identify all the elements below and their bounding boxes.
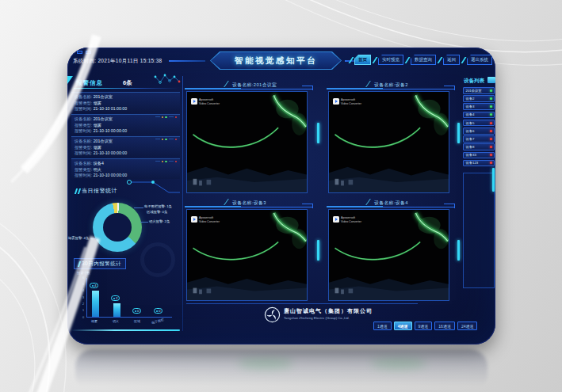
device-name: 设备4 — [94, 161, 104, 166]
alarm-entry[interactable]: 设备名称: 201会议室 报警类型: 烟雾 报警时间: 21-10-10 00:… — [71, 114, 180, 135]
nav-item-query[interactable]: 数据查询 — [407, 55, 436, 65]
channel-button-9[interactable]: 9通道 — [415, 322, 433, 330]
footer-divider — [186, 303, 418, 304]
watermark: ApowersoftVideo Converter — [191, 98, 220, 105]
watermark-line2: Video Converter — [341, 102, 361, 105]
channel-button-24[interactable]: 24通道 — [457, 322, 478, 330]
dashboard-window: 系统时间: 2021年10月11日 15:15:38 智能视觉感知平台 首页 实… — [67, 48, 495, 344]
nav-item-exit[interactable]: 退出系统 — [463, 55, 492, 65]
video-feed[interactable]: ApowersoftVideo Converter — [186, 209, 308, 301]
video-panel-1: 设备名称:201会议室 Apowers — [185, 79, 313, 195]
device-list-item[interactable]: 设备2 — [463, 95, 495, 102]
dashboard-reflection — [75, 349, 487, 392]
status-dot — [490, 146, 492, 148]
watermark-line1: Apowersoft — [341, 98, 355, 101]
device-panel-empty-box — [463, 173, 495, 288]
device-list-item[interactable]: 设备4 — [463, 112, 495, 119]
alarm-time: 21-10-10 00:00:00 — [94, 150, 127, 155]
field-label: 报警时间: — [75, 106, 92, 111]
channel-button-4[interactable]: 4通道 — [394, 322, 412, 330]
video-panel-header: 设备名称:设备2 — [327, 79, 455, 89]
device-list-item[interactable]: 设备5 — [463, 120, 495, 127]
channel-button-1[interactable]: 1通道 — [373, 322, 392, 330]
legend-leader-line — [134, 207, 143, 208]
alarm-time: 21-10-10 00:00:00 — [94, 173, 127, 177]
monthly-stats-title-box: 30日内报警统计 — [74, 258, 126, 269]
watermark-icon — [333, 216, 339, 223]
x-category-label: 明火 — [113, 319, 119, 323]
y-axis-label: 报警个数 — [77, 271, 90, 275]
channel-button-16[interactable]: 16通道 — [434, 322, 455, 330]
company-logo-icon — [264, 306, 281, 323]
alarm-count-badge: 6条 — [123, 79, 132, 87]
device-list-item[interactable]: 设备7 — [463, 135, 495, 143]
cyan-wedge-decoration — [67, 76, 73, 84]
reflection-green-glow — [371, 358, 426, 369]
monthly-alarm-bar-chart: 报警个数 6 5 4 3 2 1 0 4 2 0 0 烟雾 明火 区域 电子围栏 — [75, 271, 177, 328]
field-label: 报警时间: — [75, 173, 92, 177]
status-dot — [490, 138, 492, 140]
desktop-background: 系统时间: 2021年10月11日 15:15:38 智能视觉感知平台 首页 实… — [0, 0, 562, 392]
alarm-type: 烟雾 — [94, 123, 101, 127]
nav-item-home[interactable]: 首页 — [350, 55, 371, 65]
nav-button-live-preview[interactable]: 实时预览 — [378, 55, 403, 65]
tick-decoration — [78, 188, 81, 194]
device-list: 201会议室 设备2 设备3 设备4 设备5 设备6 设备7 设备8 设备33 … — [463, 87, 495, 166]
video-panel-header: 设备名称:设备4 — [327, 197, 455, 207]
watermark-icon — [191, 216, 197, 223]
x-category-label: 电子围栏 — [151, 318, 165, 325]
watermark-icon — [191, 98, 197, 105]
company-name-en: Tangshan Zhicheng Electric (Group) Co.,L… — [284, 316, 350, 320]
video-panel-3: 设备名称:设备3 Apowersoft — [185, 197, 313, 303]
nav-item-live[interactable]: 实时预览 — [374, 55, 403, 65]
video-panel-title: 设备名称:设备4 — [374, 200, 408, 207]
device-list-item[interactable]: 设备3 — [463, 103, 495, 110]
alarm-entry[interactable]: 设备名称: 201会议室 报警类型: 烟雾 报警时间: 21-10-10 01:… — [71, 92, 180, 112]
nav-button-exit[interactable]: 退出系统 — [467, 55, 492, 65]
donut-legend-fire: 明火报警: 2条 — [149, 219, 170, 223]
right-edge-accent-bar — [492, 168, 495, 192]
device-list-item[interactable]: 设备33 — [463, 152, 495, 159]
status-dot — [490, 105, 492, 108]
today-alarm-donut-chart — [93, 203, 142, 252]
corner-decoration — [77, 51, 82, 54]
device-list-item[interactable]: 设备123 — [463, 160, 495, 167]
field-label: 设备名称: — [75, 161, 92, 166]
gutter-accent-bar — [457, 123, 460, 143]
video-panel-header: 设备名称:201会议室 — [185, 79, 313, 89]
device-list-item[interactable]: 设备8 — [463, 143, 495, 150]
donut-legend-area: 区域报警: 0条 — [147, 210, 167, 214]
video-feed[interactable]: ApowersoftVideo Converter — [328, 209, 449, 301]
status-dot-strip — [155, 161, 178, 163]
corner-bracket-decoration — [444, 86, 455, 90]
alarm-time: 21-10-10 00:00:00 — [94, 128, 127, 133]
device-list-badge-icon — [487, 77, 495, 83]
watermark-line1: Apowersoft — [341, 216, 355, 219]
video-panel-title: 设备名称:201会议室 — [232, 82, 277, 89]
nav-button-data-query[interactable]: 数据查询 — [411, 55, 436, 65]
nav-button-back[interactable]: 返回 — [443, 55, 460, 65]
page-title-plate: 智能视觉感知平台 — [210, 51, 342, 70]
company-name-cn: 唐山智诚电气（集团）有限公司 — [284, 307, 373, 315]
device-list-item[interactable]: 设备6 — [463, 127, 495, 135]
device-name: 201会议室 — [94, 94, 113, 99]
monthly-stats-title: 30日内报警统计 — [82, 261, 121, 268]
video-feed[interactable]: ApowersoftVideo Converter — [328, 91, 449, 193]
bar-fire — [113, 303, 120, 317]
slash-icon — [365, 199, 373, 205]
tick-decoration — [78, 261, 81, 267]
video-feed[interactable]: ApowersoftVideo Converter — [186, 91, 308, 193]
field-label: 报警时间: — [75, 128, 92, 133]
donut-hole — [103, 213, 132, 242]
y-tick: 3 — [75, 296, 84, 299]
nav-item-back[interactable]: 返回 — [439, 55, 460, 65]
field-label: 报警类型: — [75, 123, 92, 127]
status-dot — [490, 122, 492, 124]
video-frame-image — [329, 92, 449, 192]
nav-button-home[interactable]: 首页 — [354, 55, 371, 65]
alarm-entry[interactable]: 设备名称: 201会议室 报警类型: 烟雾 报警时间: 21-10-10 00:… — [71, 136, 180, 157]
channel-switcher: 1通道 4通道 9通道 16通道 24通道 — [373, 322, 477, 330]
device-list-item[interactable]: 201会议室 — [463, 87, 495, 94]
y-tick: 6 — [75, 276, 84, 280]
status-dot-strip — [155, 139, 178, 141]
